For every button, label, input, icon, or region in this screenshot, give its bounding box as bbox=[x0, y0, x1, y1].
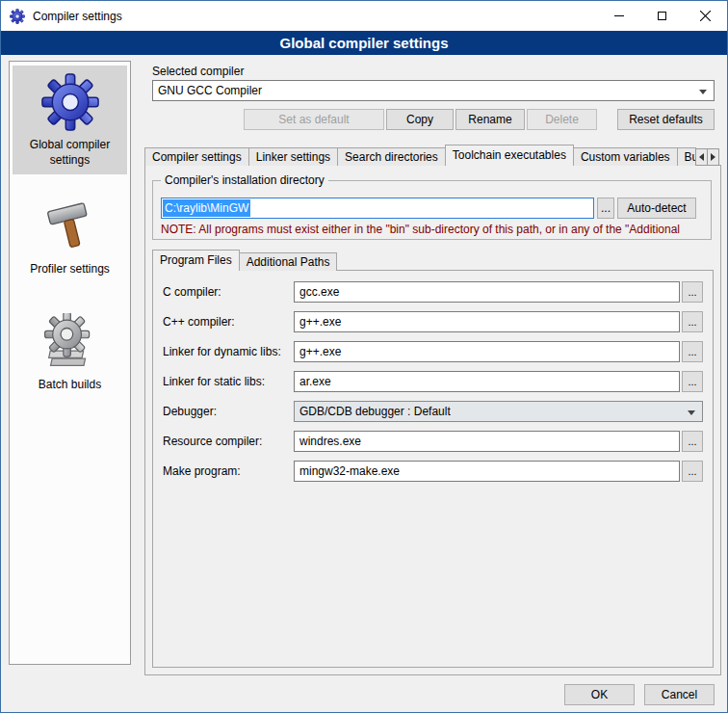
installation-directory-group: Compiler's installation directory C:\ray… bbox=[152, 180, 712, 240]
blue-gear-icon bbox=[14, 73, 125, 131]
static-libs-linker-browse-button[interactable]: ... bbox=[682, 371, 703, 392]
static-libs-linker-input[interactable]: ar.exe bbox=[294, 371, 680, 392]
compiler-settings-tabs: Compiler settings Linker settings Search… bbox=[144, 145, 696, 166]
ok-button[interactable]: OK bbox=[564, 684, 635, 705]
installation-directory-note: NOTE: All programs must exist either in … bbox=[161, 223, 709, 236]
field-value: g++.exe bbox=[299, 315, 341, 329]
field-row-make-program: Make program: mingw32-make.exe ... bbox=[153, 461, 713, 482]
delete-button: Delete bbox=[527, 109, 597, 130]
field-row-cpp-compiler: C++ compiler: g++.exe ... bbox=[153, 311, 713, 332]
copy-button[interactable]: Copy bbox=[386, 109, 454, 130]
field-value: gcc.exe bbox=[299, 285, 339, 299]
maximize-icon bbox=[658, 12, 666, 20]
titlebar: Compiler settings bbox=[1, 1, 727, 31]
dialog-header: Global compiler settings bbox=[1, 31, 727, 55]
program-files-panel: C compiler: gcc.exe ... C++ compiler: g+… bbox=[152, 270, 714, 668]
field-label: Make program: bbox=[163, 464, 241, 478]
field-value: windres.exe bbox=[299, 435, 361, 448]
tab-linker-settings[interactable]: Linker settings bbox=[248, 147, 338, 166]
resource-compiler-browse-button[interactable]: ... bbox=[682, 431, 703, 452]
arrow-right-icon bbox=[711, 153, 715, 161]
tab-compiler-settings[interactable]: Compiler settings bbox=[144, 147, 249, 166]
tab-custom-variables[interactable]: Custom variables bbox=[573, 147, 678, 166]
field-row-c-compiler: C compiler: gcc.exe ... bbox=[153, 281, 713, 303]
tab-build-options[interactable]: Buil bbox=[677, 147, 696, 166]
sidebar-item-label: Profiler settings bbox=[14, 262, 125, 277]
tab-search-directories[interactable]: Search directories bbox=[337, 147, 446, 166]
selected-compiler-label: Selected compiler bbox=[152, 65, 244, 78]
cpp-compiler-browse-button[interactable]: ... bbox=[682, 311, 703, 332]
compiler-settings-window: Compiler settings Global compiler settin… bbox=[0, 0, 728, 713]
rename-button[interactable]: Rename bbox=[455, 109, 525, 130]
sidebar-item-label: Batch builds bbox=[14, 378, 125, 393]
window-title: Compiler settings bbox=[33, 10, 122, 23]
cancel-button[interactable]: Cancel bbox=[644, 684, 715, 705]
field-row-debugger: Debugger: GDB/CDB debugger : Default bbox=[153, 401, 713, 422]
arrow-left-icon bbox=[699, 153, 704, 161]
field-label: Linker for static libs: bbox=[163, 375, 265, 388]
minimize-icon bbox=[614, 15, 624, 16]
reset-defaults-button[interactable]: Reset defaults bbox=[617, 109, 715, 130]
field-row-resource-compiler: Resource compiler: windres.exe ... bbox=[153, 431, 713, 452]
settings-sidebar: Global compiler settings Profiler settin… bbox=[9, 61, 131, 665]
tab-additional-paths[interactable]: Additional Paths bbox=[239, 252, 338, 271]
tab-program-files[interactable]: Program Files bbox=[152, 250, 240, 271]
sidebar-item-global-compiler-settings[interactable]: Global compiler settings bbox=[13, 66, 127, 174]
field-label: Resource compiler: bbox=[163, 435, 262, 448]
dynamic-libs-linker-browse-button[interactable]: ... bbox=[682, 341, 703, 362]
dialog-header-title: Global compiler settings bbox=[279, 35, 448, 51]
c-compiler-input[interactable]: gcc.exe bbox=[294, 281, 680, 303]
auto-detect-button[interactable]: Auto-detect bbox=[617, 198, 696, 219]
sidebar-item-label: Global compiler settings bbox=[14, 138, 125, 168]
installation-directory-browse-button[interactable]: ... bbox=[597, 198, 614, 219]
tab-scroll-right-button[interactable] bbox=[707, 148, 719, 166]
selected-compiler-dropdown[interactable]: GNU GCC Compiler bbox=[152, 80, 715, 101]
window-controls bbox=[597, 1, 727, 31]
set-as-default-button: Set as default bbox=[244, 109, 384, 130]
debugger-dropdown[interactable]: GDB/CDB debugger : Default bbox=[294, 401, 703, 422]
resource-compiler-input[interactable]: windres.exe bbox=[294, 431, 680, 452]
c-compiler-browse-button[interactable]: ... bbox=[682, 281, 703, 303]
minimize-button[interactable] bbox=[597, 1, 640, 31]
cpp-compiler-input[interactable]: g++.exe bbox=[294, 311, 680, 332]
installation-directory-input[interactable]: C:\raylib\MinGW bbox=[161, 198, 594, 219]
gray-gear-stack-icon bbox=[14, 313, 125, 371]
field-row-dynamic-linker: Linker for dynamic libs: g++.exe ... bbox=[153, 341, 713, 362]
make-program-input[interactable]: mingw32-make.exe bbox=[294, 461, 680, 482]
make-program-browse-button[interactable]: ... bbox=[682, 461, 703, 482]
program-files-tabs: Program Files Additional Paths bbox=[152, 250, 337, 271]
field-label: Debugger: bbox=[163, 405, 217, 418]
field-row-static-linker: Linker for static libs: ar.exe ... bbox=[153, 371, 713, 392]
chevron-down-icon bbox=[688, 410, 695, 415]
tab-toolchain-executables[interactable]: Toolchain executables bbox=[445, 145, 574, 166]
field-label: C++ compiler: bbox=[163, 315, 235, 329]
selected-compiler-value: GNU GCC Compiler bbox=[158, 84, 262, 97]
maximize-button[interactable] bbox=[640, 1, 684, 31]
field-value: g++.exe bbox=[299, 345, 341, 358]
sidebar-item-batch-builds[interactable]: Batch builds bbox=[13, 305, 127, 400]
chevron-down-icon bbox=[699, 90, 707, 94]
field-value: GDB/CDB debugger : Default bbox=[299, 405, 451, 418]
installation-directory-legend: Compiler's installation directory bbox=[161, 173, 328, 187]
tab-scroll-controls bbox=[696, 148, 719, 166]
field-label: C compiler: bbox=[163, 285, 221, 299]
field-value: mingw32-make.exe bbox=[299, 464, 400, 478]
sidebar-item-profiler-settings[interactable]: Profiler settings bbox=[13, 190, 127, 284]
dynamic-libs-linker-input[interactable]: g++.exe bbox=[294, 341, 680, 362]
installation-directory-value: C:\raylib\MinGW bbox=[163, 199, 250, 217]
field-value: ar.exe bbox=[299, 375, 331, 388]
close-button[interactable] bbox=[684, 1, 727, 31]
close-icon bbox=[700, 11, 711, 21]
app-gear-icon bbox=[10, 9, 25, 24]
field-label: Linker for dynamic libs: bbox=[163, 345, 281, 358]
profiler-tool-icon bbox=[14, 198, 125, 255]
